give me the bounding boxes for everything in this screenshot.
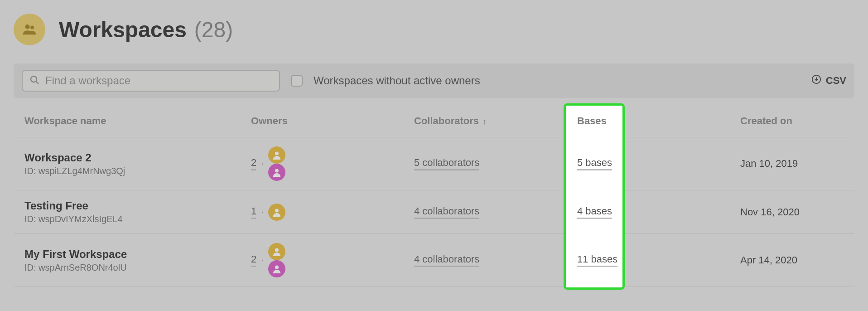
col-header-owners[interactable]: Owners bbox=[240, 106, 403, 137]
owner-avatars bbox=[268, 146, 285, 181]
owner-count[interactable]: 2 bbox=[251, 157, 256, 170]
bases-link[interactable]: 11 bases bbox=[577, 253, 617, 267]
collaborators-link[interactable]: 4 collaborators bbox=[414, 205, 479, 219]
toolbar: Workspaces without active owners CSV bbox=[14, 63, 854, 98]
owner-count[interactable]: 2 bbox=[251, 253, 256, 267]
owner-avatar[interactable] bbox=[268, 204, 285, 221]
col-header-bases[interactable]: Bases bbox=[566, 106, 729, 137]
csv-export-label: CSV bbox=[826, 75, 846, 87]
svg-point-0 bbox=[25, 24, 29, 29]
table-header-row: Workspace name Owners Collaborators↑ Bas… bbox=[14, 106, 854, 137]
svg-point-5 bbox=[275, 152, 279, 156]
workspace-id: ID: wspArnSeR8ONr4olU bbox=[24, 262, 229, 273]
col-header-created[interactable]: Created on bbox=[729, 106, 854, 137]
page-title: Workspaces (28) bbox=[59, 17, 233, 42]
svg-point-2 bbox=[31, 76, 37, 82]
workspace-name: Testing Free bbox=[24, 199, 229, 212]
filter-checkbox[interactable] bbox=[291, 75, 303, 87]
owner-avatars bbox=[268, 204, 285, 221]
workspace-id: ID: wspDvIYMzXlsIgEL4 bbox=[24, 214, 229, 224]
table-row[interactable]: Testing Free ID: wspDvIYMzXlsIgEL4 1 · 4… bbox=[14, 190, 854, 234]
created-on: Jan 10, 2019 bbox=[740, 158, 798, 169]
users-icon bbox=[14, 14, 45, 45]
svg-point-9 bbox=[275, 266, 279, 269]
col-header-name[interactable]: Workspace name bbox=[14, 106, 240, 137]
created-on: Apr 14, 2020 bbox=[740, 254, 797, 266]
bases-link[interactable]: 5 bases bbox=[577, 157, 612, 170]
svg-line-3 bbox=[36, 82, 39, 84]
filter-checkbox-label: Workspaces without active owners bbox=[313, 74, 480, 87]
owner-avatar[interactable] bbox=[268, 164, 285, 181]
page-title-text: Workspaces bbox=[59, 18, 187, 42]
svg-point-6 bbox=[275, 169, 279, 173]
search-input[interactable] bbox=[45, 74, 273, 87]
page-header: Workspaces (28) bbox=[14, 14, 854, 45]
owner-avatar[interactable] bbox=[268, 146, 285, 164]
svg-point-1 bbox=[30, 26, 34, 29]
created-on: Nov 16, 2020 bbox=[740, 206, 800, 218]
owner-avatar[interactable] bbox=[268, 260, 285, 277]
page-title-count: (28) bbox=[194, 18, 233, 42]
separator-dot: · bbox=[261, 206, 264, 218]
search-icon bbox=[29, 74, 40, 87]
download-icon bbox=[811, 74, 821, 87]
owner-avatar[interactable] bbox=[268, 243, 285, 260]
owner-count[interactable]: 1 bbox=[251, 205, 256, 219]
search-box[interactable] bbox=[22, 70, 280, 92]
workspace-name: Workspace 2 bbox=[24, 151, 229, 164]
workspace-name: My First Workspace bbox=[24, 248, 229, 261]
collaborators-link[interactable]: 5 collaborators bbox=[414, 157, 479, 170]
svg-point-8 bbox=[275, 248, 279, 252]
workspaces-table: Workspace name Owners Collaborators↑ Bas… bbox=[14, 106, 854, 287]
workspace-id: ID: wspiLZLg4MrNwg3Qj bbox=[24, 166, 229, 176]
table-row[interactable]: Workspace 2 ID: wspiLZLg4MrNwg3Qj 2 · 5 … bbox=[14, 137, 854, 190]
owner-avatars bbox=[268, 243, 285, 277]
bases-link[interactable]: 4 bases bbox=[577, 205, 612, 219]
svg-point-7 bbox=[275, 209, 279, 212]
sort-ascending-icon: ↑ bbox=[482, 117, 487, 126]
separator-dot: · bbox=[261, 254, 264, 266]
separator-dot: · bbox=[261, 158, 264, 170]
table-row[interactable]: My First Workspace ID: wspArnSeR8ONr4olU… bbox=[14, 234, 854, 287]
collaborators-link[interactable]: 4 collaborators bbox=[414, 253, 479, 267]
csv-export-button[interactable]: CSV bbox=[811, 74, 846, 87]
col-header-collaborators[interactable]: Collaborators↑ bbox=[403, 106, 566, 137]
